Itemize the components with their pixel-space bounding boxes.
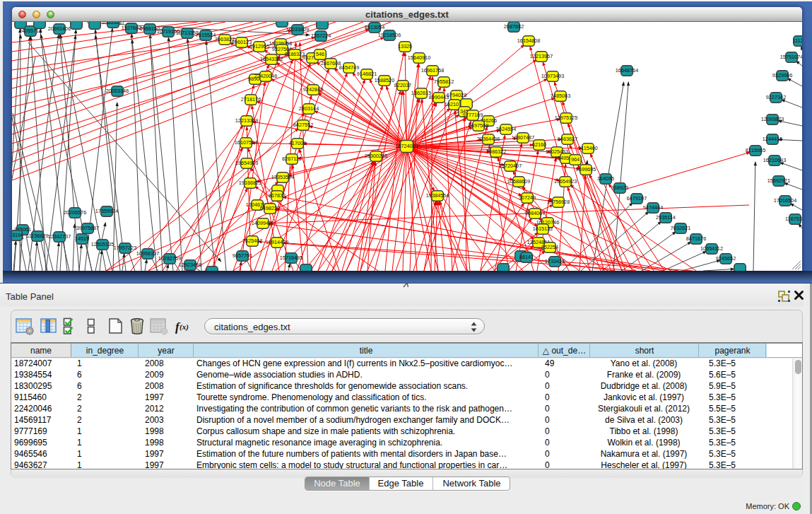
svg-text:9242848: 9242848 bbox=[303, 86, 323, 93]
svg-text:15692971: 15692971 bbox=[767, 177, 790, 184]
svg-text:12923498: 12923498 bbox=[179, 262, 201, 268]
svg-text:16210643: 16210643 bbox=[763, 157, 786, 163]
svg-text:12213967: 12213967 bbox=[530, 53, 553, 59]
svg-text:12342737: 12342737 bbox=[48, 233, 71, 240]
svg-text:10807487: 10807487 bbox=[512, 134, 534, 141]
svg-text:9474444: 9474444 bbox=[643, 204, 663, 211]
svg-text:93194: 93194 bbox=[12, 232, 23, 238]
svg-text:16648764: 16648764 bbox=[616, 67, 638, 74]
svg-text:9463627: 9463627 bbox=[558, 136, 577, 142]
svg-text:307249: 307249 bbox=[519, 194, 536, 201]
svg-text:9084067: 9084067 bbox=[525, 210, 545, 216]
svg-text:2087682: 2087682 bbox=[504, 23, 524, 30]
svg-text:12093873: 12093873 bbox=[761, 116, 784, 122]
svg-text:13325: 13325 bbox=[398, 43, 412, 49]
svg-text:6498222: 6498222 bbox=[260, 205, 280, 211]
svg-text:10654112: 10654112 bbox=[700, 245, 723, 252]
svg-text:2803144: 2803144 bbox=[299, 105, 319, 112]
svg-text:7357224: 7357224 bbox=[311, 33, 331, 39]
svg-text:16961758: 16961758 bbox=[421, 67, 444, 74]
svg-text:19654923: 19654923 bbox=[235, 160, 258, 166]
svg-text:867833: 867833 bbox=[269, 192, 286, 199]
svg-text:10958107: 10958107 bbox=[136, 250, 159, 257]
svg-text:62160: 62160 bbox=[532, 141, 546, 148]
svg-text:9699695: 9699695 bbox=[576, 166, 596, 173]
svg-text:9227342: 9227342 bbox=[766, 94, 786, 100]
svg-text:2718176: 2718176 bbox=[241, 96, 261, 103]
svg-text:8471676: 8471676 bbox=[686, 235, 706, 242]
svg-text:8813054: 8813054 bbox=[365, 24, 384, 30]
svg-text:12213369: 12213369 bbox=[235, 117, 258, 124]
svg-text:10688609: 10688609 bbox=[507, 178, 530, 185]
svg-text:10973493: 10973493 bbox=[541, 73, 564, 79]
svg-text:16543382: 16543382 bbox=[260, 56, 283, 62]
svg-text:16782759: 16782759 bbox=[158, 255, 181, 262]
svg-text:16033809: 16033809 bbox=[286, 26, 309, 33]
svg-text:19756928: 19756928 bbox=[547, 199, 570, 205]
svg-text:16154808: 16154808 bbox=[517, 37, 540, 44]
svg-text:14099489: 14099489 bbox=[252, 220, 274, 226]
svg-text:17957223: 17957223 bbox=[114, 245, 136, 251]
svg-text:15720407: 15720407 bbox=[499, 163, 522, 169]
svg-text:6497568: 6497568 bbox=[469, 122, 488, 129]
svg-text:22420046: 22420046 bbox=[254, 73, 277, 79]
svg-text:1244415: 1244415 bbox=[763, 136, 782, 142]
svg-text:6479197: 6479197 bbox=[627, 195, 647, 201]
svg-text:39975887: 39975887 bbox=[76, 225, 99, 231]
svg-text:6794028: 6794028 bbox=[447, 92, 466, 98]
svg-text:938923: 938923 bbox=[611, 185, 628, 191]
svg-text:17016504: 17016504 bbox=[774, 197, 796, 204]
svg-text:16914479: 16914479 bbox=[266, 239, 288, 245]
svg-text:(x): (x) bbox=[180, 322, 189, 332]
svg-text:8454749: 8454749 bbox=[339, 64, 359, 71]
svg-text:9245652: 9245652 bbox=[716, 255, 736, 262]
svg-text:14519: 14519 bbox=[75, 235, 89, 242]
svg-text:11156829: 11156829 bbox=[26, 233, 48, 239]
svg-text:546: 546 bbox=[316, 51, 324, 57]
svg-text:7515524: 7515524 bbox=[196, 32, 216, 38]
svg-text:9857791: 9857791 bbox=[233, 252, 252, 259]
svg-text:8427552: 8427552 bbox=[293, 122, 313, 128]
svg-text:1733426: 1733426 bbox=[545, 258, 565, 264]
svg-text:8215955: 8215955 bbox=[746, 147, 765, 153]
svg-text:7485063: 7485063 bbox=[551, 93, 570, 99]
svg-text:9146821: 9146821 bbox=[357, 71, 377, 77]
svg-text:16107554: 16107554 bbox=[235, 139, 257, 146]
svg-text:9329966: 9329966 bbox=[772, 72, 792, 78]
svg-text:417006: 417006 bbox=[289, 140, 306, 146]
svg-text:12975125: 12975125 bbox=[555, 115, 577, 121]
svg-text:2935114: 2935114 bbox=[656, 214, 676, 221]
svg-text:252254: 252254 bbox=[541, 244, 558, 250]
svg-text:15640910: 15640910 bbox=[408, 54, 430, 61]
svg-text:1527602: 1527602 bbox=[122, 25, 141, 31]
svg-text:8267110: 8267110 bbox=[282, 156, 302, 162]
svg-text:20691406: 20691406 bbox=[48, 25, 71, 32]
svg-text:7625402: 7625402 bbox=[242, 238, 262, 244]
svg-text:7632621: 7632621 bbox=[671, 225, 690, 231]
svg-text:964: 964 bbox=[571, 156, 579, 163]
svg-text:1167532: 1167532 bbox=[785, 216, 802, 222]
svg-text:18724007: 18724007 bbox=[395, 143, 418, 149]
svg-text:20364436: 20364436 bbox=[477, 136, 500, 142]
svg-text:822037: 822037 bbox=[394, 82, 411, 88]
svg-text:19654923: 19654923 bbox=[554, 178, 577, 185]
svg-text:164095: 164095 bbox=[597, 175, 614, 182]
svg-text:7986322: 7986322 bbox=[486, 148, 506, 155]
svg-text:20053346: 20053346 bbox=[106, 88, 129, 94]
svg-text:1588520: 1588520 bbox=[375, 77, 394, 83]
svg-text:17359924: 17359924 bbox=[95, 208, 118, 214]
svg-text:8912955: 8912955 bbox=[249, 43, 269, 49]
svg-text:7955812: 7955812 bbox=[434, 78, 454, 85]
svg-text:11123: 11123 bbox=[792, 37, 802, 44]
svg-text:19166825: 19166825 bbox=[239, 180, 261, 186]
svg-text:19218506: 19218506 bbox=[378, 32, 401, 38]
svg-text:25300295: 25300295 bbox=[365, 153, 387, 159]
svg-text:3624554: 3624554 bbox=[496, 126, 516, 132]
svg-text:12505135: 12505135 bbox=[91, 241, 114, 247]
svg-text:86141: 86141 bbox=[519, 254, 534, 260]
svg-text:20206576: 20206576 bbox=[64, 209, 86, 216]
svg-text:15716485: 15716485 bbox=[280, 255, 302, 261]
svg-text:1615132: 1615132 bbox=[533, 226, 553, 232]
svg-text:2867608: 2867608 bbox=[321, 60, 341, 66]
svg-text:13353594: 13353594 bbox=[271, 174, 294, 180]
